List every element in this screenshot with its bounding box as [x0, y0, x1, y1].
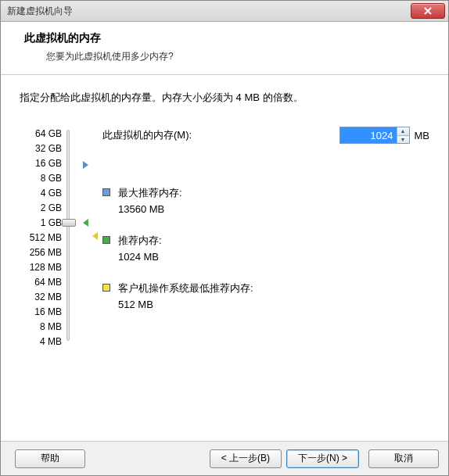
info-column: 此虚拟机的内存(M): ▲ ▼ MB 最大	[74, 127, 429, 361]
square-icon	[102, 236, 110, 244]
max-memory-label: 最大推荐内存:	[118, 186, 182, 200]
close-button[interactable]	[411, 3, 445, 19]
spin-up-button[interactable]: ▲	[397, 127, 409, 136]
memory-spinbox[interactable]: ▲ ▼	[339, 127, 410, 144]
window-title: 新建虚拟机向导	[7, 5, 411, 18]
content-area: 指定分配给此虚拟机的内存量。内存大小必须为 4 MB 的倍数。 64 GB 32…	[1, 75, 448, 361]
back-button[interactable]: < 上一步(B)	[210, 449, 282, 468]
memory-row: 64 GB 32 GB 16 GB 8 GB 4 GB 2 GB 1 GB 51…	[20, 127, 429, 361]
spin-down-button[interactable]: ▼	[397, 136, 409, 144]
memory-unit: MB	[415, 130, 430, 141]
max-memory-value: 13560 MB	[118, 200, 182, 215]
close-icon	[424, 7, 432, 15]
memory-slider[interactable]: 64 GB 32 GB 16 GB 8 GB 4 GB 2 GB 1 GB 51…	[20, 127, 74, 361]
next-button[interactable]: 下一步(N) >	[286, 449, 359, 468]
spin-buttons: ▲ ▼	[397, 127, 409, 143]
min-memory-value: 512 MB	[118, 295, 253, 310]
instruction-text: 指定分配给此虚拟机的内存量。内存大小必须为 4 MB 的倍数。	[20, 91, 429, 105]
titlebar: 新建虚拟机向导	[1, 0, 448, 22]
wizard-header: 此虚拟机的内存 您要为此虚拟机使用多少内存?	[1, 22, 448, 75]
scale-tick-label: 64 MB	[30, 275, 62, 290]
scale-tick-label: 64 GB	[30, 127, 62, 141]
min-memory-group: 客户机操作系统最低推荐内存: 512 MB	[102, 281, 429, 310]
scale-tick-label: 2 GB	[30, 201, 62, 216]
scale-tick-label: 512 MB	[30, 231, 62, 245]
scale-tick-label: 256 MB	[30, 245, 62, 260]
scale-tick-label: 8 GB	[30, 171, 62, 186]
square-icon	[102, 284, 110, 292]
scale-tick-label: 8 MB	[30, 320, 62, 335]
wizard-footer: 帮助 < 上一步(B) 下一步(N) > 取消	[1, 441, 448, 475]
scale-tick-label: 16 GB	[30, 156, 62, 171]
header-subtitle: 您要为此虚拟机使用多少内存?	[24, 50, 433, 63]
scale-tick-label: 32 GB	[30, 141, 62, 156]
rec-memory-value: 1024 MB	[118, 248, 162, 263]
memory-field-row: 此虚拟机的内存(M): ▲ ▼ MB	[102, 127, 429, 144]
square-icon	[102, 188, 110, 196]
header-title: 此虚拟机的内存	[24, 31, 433, 45]
scale-tick-label: 4 MB	[30, 335, 62, 349]
scale-tick-label: 16 MB	[30, 305, 62, 320]
scale-tick-label: 32 MB	[30, 290, 62, 305]
help-button[interactable]: 帮助	[15, 449, 85, 468]
memory-field-label: 此虚拟机的内存(M):	[102, 128, 339, 142]
scale-tick-label: 128 MB	[30, 260, 62, 275]
wizard-window: 新建虚拟机向导 此虚拟机的内存 您要为此虚拟机使用多少内存? 指定分配给此虚拟机…	[0, 0, 449, 476]
min-memory-label: 客户机操作系统最低推荐内存:	[118, 281, 253, 295]
slider-track	[66, 130, 70, 341]
scale-tick-label: 4 GB	[30, 186, 62, 201]
rec-memory-label: 推荐内存:	[118, 234, 162, 248]
scale-tick-label: 1 GB	[30, 216, 62, 231]
scale-labels: 64 GB 32 GB 16 GB 8 GB 4 GB 2 GB 1 GB 51…	[30, 127, 62, 349]
cancel-button[interactable]: 取消	[368, 449, 439, 468]
max-memory-group: 最大推荐内存: 13560 MB	[102, 186, 429, 215]
rec-memory-group: 推荐内存: 1024 MB	[102, 234, 429, 263]
memory-input[interactable]	[340, 127, 397, 143]
